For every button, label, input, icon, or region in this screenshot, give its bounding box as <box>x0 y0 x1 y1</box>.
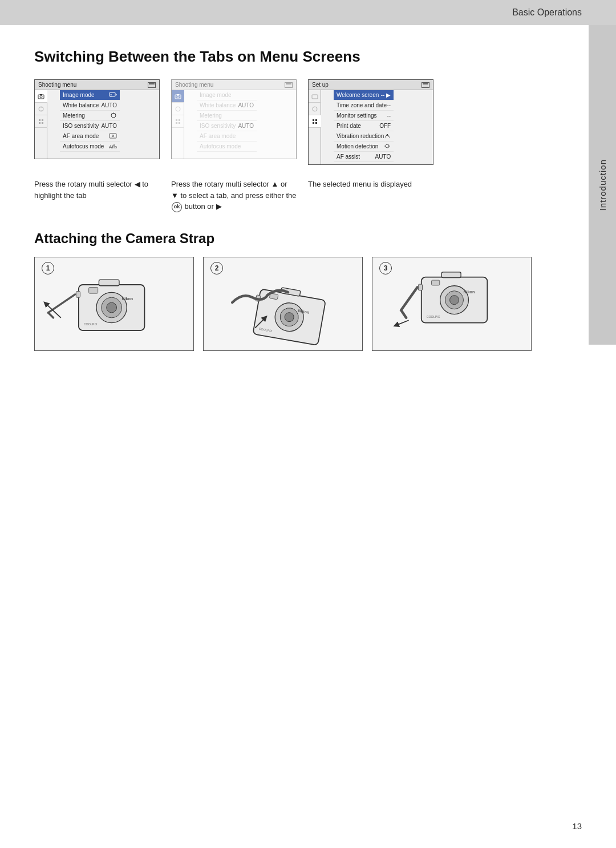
svg-text:COOLPIX: COOLPIX <box>84 322 98 326</box>
menu-item-1-1: Image mode 2 <box>60 90 120 100</box>
menu-item-2-3: Metering <box>197 111 257 121</box>
menu-tab-setup <box>35 115 47 128</box>
camera-illustration-1: Nikon COOLPIX <box>43 262 185 346</box>
svg-point-29 <box>313 107 317 111</box>
svg-rect-43 <box>99 280 119 286</box>
menu-tab-scene <box>35 103 47 115</box>
desc-col-1: Press the rotary multi selector ◀ to hig… <box>34 179 160 212</box>
side-tab: Introduction <box>589 25 616 345</box>
strap-number-3: 3 <box>379 262 392 274</box>
svg-rect-65 <box>431 280 439 285</box>
setup-item-3-3: Monitor settings -- <box>334 111 394 121</box>
menu-items-2: Image mode White balance AUTO Metering I… <box>197 90 257 159</box>
menu-title-2: Shooting menu <box>175 82 213 88</box>
menu-tab-setup-3 <box>309 115 321 128</box>
menu-header-icon-3 <box>422 82 429 88</box>
page-number: 13 <box>572 821 582 831</box>
desc2-text: Press the rotary multi selector ▲ or ▼ t… <box>171 180 297 211</box>
menu-item-2-5: AF area mode <box>197 131 257 142</box>
svg-point-23 <box>176 107 180 111</box>
menu-tabs-2 <box>172 90 184 159</box>
menu-item-1-4: ISO sensitivity AUTO <box>60 121 120 131</box>
main-content: Switching Between the Tabs on Menu Scree… <box>0 25 589 385</box>
strap-image-1: 1 <box>34 257 194 351</box>
setup-item-3-4: Print date OFF <box>334 121 394 131</box>
svg-rect-15 <box>110 134 116 138</box>
svg-rect-67 <box>418 284 422 290</box>
menu-item-1-3: Metering <box>60 111 120 121</box>
setup-item-3-7: AF assist AUTO <box>334 152 394 162</box>
menu-title-1: Shooting menu <box>38 82 76 88</box>
camera-illustration-2: Nikon COOLPIX <box>212 262 354 346</box>
svg-rect-33 <box>315 122 317 124</box>
strap-image-3: 3 <box>372 257 532 351</box>
svg-rect-28 <box>312 95 318 99</box>
strap-number-2: 2 <box>210 262 223 274</box>
svg-rect-30 <box>313 119 314 121</box>
svg-point-1 <box>40 95 42 98</box>
svg-rect-2 <box>40 94 42 95</box>
menu-item-2-6: Autofocus mode <box>197 142 257 152</box>
svg-rect-8 <box>39 122 40 124</box>
desc1-text: Press the rotary multi selector ◀ to hig… <box>34 180 148 200</box>
menu-tab-camera-3 <box>309 90 321 103</box>
desc-col-3: The selected menu is displayed <box>308 179 433 212</box>
menu-tab-camera <box>35 90 47 103</box>
menu-item-1-6: Autofocus mode AFS <box>60 142 120 152</box>
svg-point-16 <box>112 135 114 136</box>
menu-item-1-2: White balance AUTO <box>60 100 120 111</box>
descriptions-row: Press the rotary multi selector ◀ to hig… <box>34 179 554 212</box>
menu-header-1: Shooting menu <box>35 80 159 90</box>
svg-rect-9 <box>42 122 43 124</box>
camera-illustration-3: Nikon COOLPIX <box>380 262 523 346</box>
menu-tab-setup-2 <box>172 115 184 128</box>
setup-item-3-5: Vibration reduction <box>334 131 394 142</box>
screenshots-row: Shooting menu Image mo <box>34 79 554 165</box>
menu-items-3: Welcome screen -- ▶ Time zone and date -… <box>334 90 394 164</box>
desc-col-2: Press the rotary multi selector ▲ or ▼ t… <box>171 179 297 212</box>
menu-screen-1: Shooting menu Image mo <box>34 79 160 159</box>
svg-rect-24 <box>176 119 177 121</box>
menu-items-1: Image mode 2 White balance AUTO Metering <box>60 90 120 159</box>
svg-text:Nikon: Nikon <box>463 290 475 294</box>
menu-tab-scene-3 <box>309 103 321 115</box>
setup-item-3-6: Motion detection <box>334 142 394 152</box>
menu-item-2-1: Image mode <box>197 90 257 100</box>
menu-tab-scene-2 <box>172 103 184 115</box>
section-label: Basic Operations <box>512 7 582 18</box>
menu-screen-2: Shooting menu Image mo <box>171 79 297 159</box>
strap-number-1: 1 <box>42 262 54 274</box>
menu-header-icon-2 <box>285 82 293 88</box>
section2-title: Attaching the Camera Strap <box>34 231 554 247</box>
ok-button-icon: ok <box>172 202 182 212</box>
svg-rect-31 <box>315 119 317 121</box>
strap-images-row: 1 <box>34 257 554 351</box>
setup-item-3-2: Time zone and date -- <box>334 100 394 111</box>
menu-item-2-4: ISO sensitivity AUTO <box>197 121 257 131</box>
svg-point-21 <box>177 95 179 98</box>
svg-rect-32 <box>313 122 314 124</box>
svg-text:Nikon: Nikon <box>121 296 133 301</box>
menu-header-2: Shooting menu <box>172 80 296 90</box>
setup-item-3-1: Welcome screen -- ▶ <box>334 90 394 100</box>
menu-tabs-1 <box>35 90 47 159</box>
svg-rect-25 <box>179 119 180 121</box>
menu-header-icon-1 <box>148 82 156 88</box>
svg-point-64 <box>449 295 459 304</box>
menu-item-1-5: AF area mode <box>60 131 120 142</box>
menu-tab-camera-2 <box>172 90 184 103</box>
menu-header-3: Set up <box>309 80 433 90</box>
svg-rect-22 <box>177 94 179 95</box>
menu-screen-3: Set up Welcome screen <box>308 79 433 165</box>
side-tab-label: Introduction <box>598 159 607 211</box>
svg-rect-27 <box>179 122 180 124</box>
section1-title: Switching Between the Tabs on Menu Scree… <box>34 48 554 66</box>
svg-rect-44 <box>76 291 80 297</box>
svg-point-41 <box>107 302 117 313</box>
menu-title-3: Set up <box>312 82 329 88</box>
svg-line-46 <box>48 313 53 318</box>
svg-marker-12 <box>116 94 117 96</box>
svg-rect-42 <box>89 287 98 293</box>
svg-rect-6 <box>39 119 40 121</box>
strap-image-2: 2 Nikon COOLPIX <box>203 257 363 351</box>
